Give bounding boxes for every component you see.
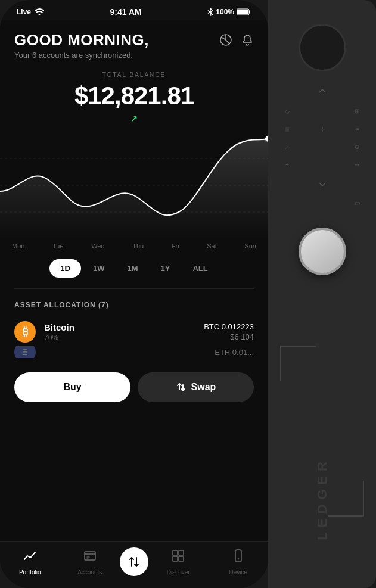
battery-text: 100% — [216, 8, 234, 16]
ledger-device: ◇ ⊞ ||| ⊹ ↠ ⟋ ⊙ + ⇥ ▭ — [268, 0, 376, 588]
device-nav-icon — [231, 549, 246, 567]
svg-point-12 — [237, 558, 239, 559]
ledger-row-3: ⟋ ⊙ — [280, 139, 364, 154]
time-btn-1y[interactable]: 1Y — [150, 259, 181, 278]
chart-label-sat: Sat — [207, 242, 217, 250]
accounts-nav-label: Accounts — [77, 569, 102, 573]
time-selector: 1D 1W 1M 1Y ALL — [0, 253, 268, 284]
ledger-icon-8: + — [280, 157, 294, 172]
bottom-nav: Portfolio Accounts — [0, 541, 268, 573]
buy-button[interactable]: Buy — [14, 372, 130, 402]
chart-label-sun: Sun — [244, 242, 256, 250]
svg-rect-7 — [173, 550, 178, 555]
bluetooth-icon — [207, 8, 213, 16]
status-bar: Live 9:41 AM 100% — [0, 0, 268, 20]
portfolio-nav-label: Portfolio — [19, 569, 41, 573]
price-chart — [0, 132, 268, 239]
ledger-corner-br — [328, 481, 364, 517]
change-icon: ↗ — [130, 114, 138, 123]
balance-change: ↗ — [14, 114, 254, 123]
asset-right-eth: ETH 0.01... — [215, 348, 254, 357]
nav-portfolio[interactable]: Portfolio — [0, 549, 60, 573]
ledger-icon-1: ◇ — [280, 104, 294, 118]
ledger-down-icon — [315, 178, 330, 192]
ledger-row-2: ||| ⊹ ↠ — [280, 122, 364, 136]
eth-icon: Ξ — [14, 346, 36, 358]
nav-discover[interactable]: Discover — [148, 549, 209, 573]
asset-item-bitcoin[interactable]: ₿ Bitcoin 70% BTC 0.012223 $6 104 — [14, 318, 254, 346]
bitcoin-percent: 70% — [44, 334, 74, 342]
chart-container — [0, 132, 268, 239]
accounts-nav-icon — [83, 549, 97, 567]
swap-button[interactable]: Swap — [138, 372, 254, 402]
nav-accounts[interactable]: Accounts — [60, 549, 120, 573]
ledger-icon-6: ⟋ — [280, 139, 294, 154]
bitcoin-fiat: $6 104 — [204, 332, 254, 341]
discover-nav-icon — [171, 549, 185, 567]
balance-amount: $12,821.81 — [14, 82, 254, 110]
balance-section: TOTAL BALANCE $12,821.81 ↗ — [0, 67, 268, 126]
eth-amount: ETH 0.01... — [215, 348, 254, 357]
chart-label-wed: Wed — [91, 242, 104, 250]
svg-rect-11 — [235, 550, 241, 562]
asset-section: ASSET ALLOCATION (7) ₿ Bitcoin 70% BTC 0… — [0, 294, 268, 363]
asset-item-eth[interactable]: Ξ ETH 0.01... — [14, 346, 254, 358]
header: GOOD MORNING, Your 6 accounts are synchr… — [0, 20, 268, 67]
greeting-title: GOOD MORNING, — [14, 31, 149, 49]
ledger-icon-2: ⊞ — [350, 104, 364, 118]
ledger-icon-9: ⇥ — [350, 157, 364, 172]
ledger-brand-text: LEDGER — [315, 457, 330, 540]
device-nav-label: Device — [229, 569, 247, 573]
chart-label-tue: Tue — [52, 242, 64, 250]
phone-shell: Live 9:41 AM 100% — [0, 0, 268, 588]
portfolio-icon[interactable] — [219, 33, 232, 49]
svg-rect-1 — [249, 11, 250, 14]
status-left: Live — [17, 8, 44, 16]
discover-nav-label: Discover — [167, 569, 190, 573]
battery-icon — [237, 8, 251, 15]
bitcoin-name: Bitcoin — [44, 322, 74, 332]
chart-label-thu: Thu — [132, 242, 144, 250]
header-icons — [219, 31, 254, 49]
svg-rect-6 — [85, 552, 95, 560]
portfolio-nav-icon — [23, 549, 37, 567]
divider — [14, 288, 254, 289]
asset-right-bitcoin: BTC 0.012223 $6 104 — [204, 322, 254, 341]
swap-label: Swap — [191, 382, 216, 393]
ledger-icon-5: ↠ — [350, 122, 364, 136]
ledger-icon-7: ⊙ — [350, 139, 364, 154]
time-btn-all[interactable]: ALL — [182, 259, 218, 278]
ledger-icon-3: ||| — [280, 122, 294, 136]
ledger-corner-tl — [280, 346, 316, 381]
swap-icon — [176, 382, 187, 393]
ledger-row-5: ▭ — [280, 195, 364, 210]
time-btn-1m[interactable]: 1M — [116, 259, 148, 278]
asset-info-bitcoin: Bitcoin 70% — [44, 322, 74, 342]
ledger-icon-10: ▭ — [350, 195, 364, 210]
nav-device[interactable]: Device — [209, 549, 269, 573]
svg-rect-8 — [179, 550, 184, 555]
greeting-section: GOOD MORNING, Your 6 accounts are synchr… — [14, 31, 149, 60]
nav-transfer[interactable] — [120, 547, 148, 573]
ledger-main-button[interactable] — [299, 228, 346, 275]
asset-left-eth: Ξ — [14, 346, 36, 358]
time-btn-1w[interactable]: 1W — [82, 259, 116, 278]
svg-rect-9 — [173, 556, 178, 561]
ledger-row-4: + ⇥ — [280, 157, 364, 172]
action-buttons: Buy Swap — [0, 363, 268, 412]
chart-labels: Mon Tue Wed Thu Fri Sat Sun — [0, 239, 268, 253]
transfer-icon — [128, 555, 141, 568]
bitcoin-icon: ₿ — [14, 321, 36, 343]
notification-icon[interactable] — [241, 33, 254, 49]
status-time: 9:41 AM — [110, 7, 142, 17]
time-btn-1d[interactable]: 1D — [49, 259, 81, 278]
transfer-center-button[interactable] — [120, 547, 148, 573]
chart-label-mon: Mon — [12, 242, 24, 250]
asset-left-bitcoin: ₿ Bitcoin 70% — [14, 321, 74, 343]
ledger-top-circle — [299, 24, 346, 71]
asset-title: ASSET ALLOCATION (7) — [14, 301, 254, 309]
status-right: 100% — [207, 8, 251, 16]
ledger-bottom-area: LEDGER — [315, 275, 330, 588]
phone-content: GOOD MORNING, Your 6 accounts are synchr… — [0, 20, 268, 573]
greeting-subtitle: Your 6 accounts are synchronized. — [14, 51, 149, 60]
